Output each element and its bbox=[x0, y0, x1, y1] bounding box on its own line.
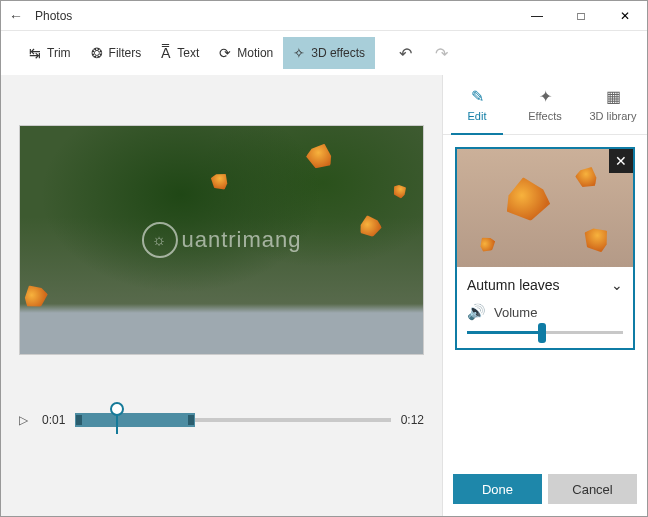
window-controls: — □ ✕ bbox=[515, 1, 647, 31]
maximize-button[interactable]: □ bbox=[559, 1, 603, 31]
volume-slider-fill bbox=[467, 331, 542, 334]
text-button[interactable]: A̿ Text bbox=[151, 37, 209, 69]
minimize-button[interactable]: — bbox=[515, 1, 559, 31]
volume-slider[interactable] bbox=[467, 331, 623, 334]
leaf-icon bbox=[572, 162, 601, 191]
effect-name-row[interactable]: Autumn leaves ⌄ bbox=[457, 267, 633, 303]
motion-label: Motion bbox=[237, 46, 273, 60]
leaf-icon bbox=[579, 221, 616, 258]
tab-3d-library-label: 3D library bbox=[589, 110, 636, 122]
3d-effects-label: 3D effects bbox=[311, 46, 365, 60]
footer-buttons: Done Cancel bbox=[443, 464, 647, 516]
effect-name: Autumn leaves bbox=[467, 277, 560, 293]
filters-button[interactable]: ❂ Filters bbox=[81, 37, 152, 69]
video-preview[interactable]: ☼ uantrimang bbox=[19, 125, 424, 355]
redo-button: ↷ bbox=[423, 44, 459, 63]
play-button[interactable]: ▷ bbox=[19, 413, 28, 427]
time-total: 0:12 bbox=[401, 413, 424, 427]
done-button[interactable]: Done bbox=[453, 474, 542, 504]
toolbar: ↹ Trim ❂ Filters A̿ Text ⟳ Motion ✧ 3D e… bbox=[1, 31, 647, 75]
3d-effects-button[interactable]: ✧ 3D effects bbox=[283, 37, 375, 69]
effect-thumbnail[interactable]: ✕ bbox=[457, 149, 633, 267]
window-title: Photos bbox=[31, 9, 515, 23]
leaf-icon bbox=[476, 233, 499, 256]
cube-icon: ▦ bbox=[606, 87, 621, 106]
tab-effects-label: Effects bbox=[528, 110, 561, 122]
tab-3d-library[interactable]: ▦ 3D library bbox=[579, 75, 647, 134]
main-area: ☼ uantrimang ▷ 0:01 0:12 ✎ Edit bbox=[1, 75, 647, 516]
time-current: 0:01 bbox=[42, 413, 65, 427]
effects-icon: ✦ bbox=[539, 87, 552, 106]
watermark-text: uantrimang bbox=[181, 227, 301, 253]
pencil-icon: ✎ bbox=[471, 87, 484, 106]
text-label: Text bbox=[177, 46, 199, 60]
volume-label: Volume bbox=[494, 305, 537, 320]
trim-icon: ↹ bbox=[29, 45, 41, 61]
sparkle-icon: ✧ bbox=[293, 45, 305, 61]
back-button[interactable]: ← bbox=[1, 8, 31, 24]
titlebar: ← Photos — □ ✕ bbox=[1, 1, 647, 31]
clip-end-handle[interactable] bbox=[190, 415, 192, 425]
motion-button[interactable]: ⟳ Motion bbox=[209, 37, 283, 69]
effect-card: ✕ Autumn leaves ⌄ 🔊 Volume bbox=[455, 147, 635, 350]
preview-area: ☼ uantrimang ▷ 0:01 0:12 bbox=[1, 75, 442, 516]
side-panel: ✎ Edit ✦ Effects ▦ 3D library ✕ Autumn l… bbox=[442, 75, 647, 516]
chevron-down-icon: ⌄ bbox=[611, 277, 623, 293]
volume-slider-thumb[interactable] bbox=[538, 323, 546, 343]
speaker-icon[interactable]: 🔊 bbox=[467, 303, 486, 321]
filters-icon: ❂ bbox=[91, 45, 103, 61]
timeline: ▷ 0:01 0:12 bbox=[19, 413, 424, 427]
tab-edit-label: Edit bbox=[468, 110, 487, 122]
playhead[interactable] bbox=[110, 402, 124, 416]
remove-effect-button[interactable]: ✕ bbox=[609, 149, 633, 173]
undo-button[interactable]: ↶ bbox=[387, 44, 423, 63]
trim-label: Trim bbox=[47, 46, 71, 60]
effect-clip[interactable] bbox=[75, 413, 195, 427]
cancel-button[interactable]: Cancel bbox=[548, 474, 637, 504]
text-icon: A̿ bbox=[161, 45, 171, 61]
watermark: ☼ uantrimang bbox=[141, 222, 301, 258]
motion-icon: ⟳ bbox=[219, 45, 231, 61]
timeline-track[interactable] bbox=[75, 418, 390, 422]
clip-start-handle[interactable] bbox=[78, 415, 80, 425]
panel-tabs: ✎ Edit ✦ Effects ▦ 3D library bbox=[443, 75, 647, 135]
volume-slider-wrap bbox=[457, 321, 633, 348]
close-button[interactable]: ✕ bbox=[603, 1, 647, 31]
volume-row: 🔊 Volume bbox=[457, 303, 633, 321]
leaf-icon bbox=[502, 174, 553, 225]
tab-edit[interactable]: ✎ Edit bbox=[443, 75, 511, 134]
tab-effects[interactable]: ✦ Effects bbox=[511, 75, 579, 134]
filters-label: Filters bbox=[109, 46, 142, 60]
watermark-logo-icon: ☼ bbox=[141, 222, 177, 258]
trim-button[interactable]: ↹ Trim bbox=[19, 37, 81, 69]
